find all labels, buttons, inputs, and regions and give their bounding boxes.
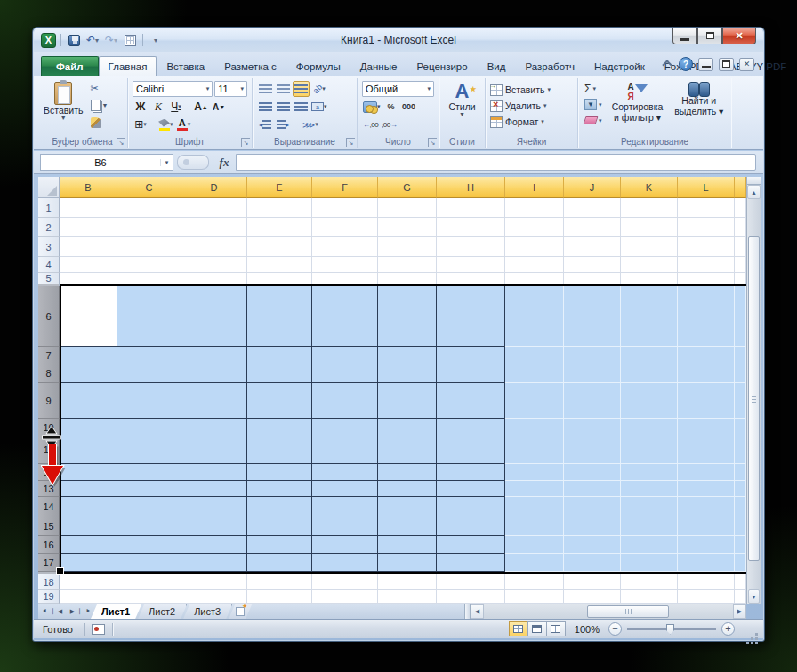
- cell[interactable]: [60, 481, 117, 497]
- tab-splitter[interactable]: [464, 604, 471, 619]
- cell[interactable]: [564, 218, 621, 237]
- cell[interactable]: [564, 464, 621, 481]
- cell[interactable]: [117, 286, 181, 347]
- scroll-right-button[interactable]: ▶: [733, 604, 746, 619]
- cell[interactable]: [621, 286, 678, 347]
- tab-разметка-с[interactable]: Разметка с: [214, 56, 286, 76]
- column-header-G[interactable]: G: [378, 177, 437, 198]
- cell[interactable]: [60, 436, 117, 464]
- cell[interactable]: [312, 383, 378, 419]
- cell[interactable]: [247, 273, 312, 284]
- cell[interactable]: [378, 383, 437, 419]
- cell[interactable]: [181, 536, 247, 554]
- cell[interactable]: [60, 464, 117, 481]
- cell[interactable]: [181, 464, 247, 481]
- cell[interactable]: [117, 419, 181, 436]
- cell[interactable]: [621, 516, 678, 536]
- cell[interactable]: [505, 257, 564, 273]
- cell[interactable]: [247, 198, 312, 218]
- column-header-F[interactable]: F: [312, 177, 378, 198]
- cell[interactable]: [117, 554, 181, 572]
- cell[interactable]: [678, 464, 735, 481]
- cell[interactable]: [505, 383, 564, 419]
- cell[interactable]: [678, 347, 735, 364]
- cell[interactable]: [564, 536, 621, 554]
- first-sheet-button[interactable]: ⯇⎹: [42, 606, 53, 618]
- cell[interactable]: [505, 364, 564, 383]
- cell[interactable]: [735, 590, 746, 604]
- cell[interactable]: [564, 383, 621, 419]
- cell[interactable]: [181, 198, 247, 218]
- accounting-format-button[interactable]: ▾: [362, 99, 382, 115]
- sheet-tab-лист1[interactable]: Лист1: [91, 604, 141, 619]
- cell[interactable]: [564, 481, 621, 497]
- help-icon[interactable]: ?: [679, 57, 693, 71]
- cell[interactable]: [621, 536, 678, 554]
- cell[interactable]: [437, 257, 505, 273]
- row-header-2[interactable]: 2: [38, 218, 60, 237]
- cell[interactable]: [312, 237, 378, 257]
- cell[interactable]: [117, 237, 181, 257]
- cell[interactable]: [437, 273, 505, 284]
- cell[interactable]: [117, 536, 181, 554]
- delete-cells-button[interactable]: Удалить▾: [490, 98, 573, 114]
- cell[interactable]: [564, 419, 621, 436]
- cell[interactable]: [378, 364, 437, 383]
- cell[interactable]: [312, 554, 378, 572]
- maximize-button[interactable]: [697, 28, 722, 44]
- redo-button[interactable]: ↷▾: [103, 32, 119, 48]
- cell[interactable]: [678, 574, 735, 590]
- cell[interactable]: [117, 273, 181, 284]
- row-header-1[interactable]: 1: [38, 198, 60, 218]
- cell[interactable]: [735, 536, 746, 554]
- cell[interactable]: [437, 383, 505, 419]
- cell[interactable]: [437, 237, 505, 257]
- cell[interactable]: [505, 464, 564, 481]
- column-header-B[interactable]: B: [60, 177, 117, 198]
- cell[interactable]: [247, 464, 312, 481]
- decrease-indent-button[interactable]: ◂: [257, 116, 273, 132]
- insert-function-button[interactable]: fx: [213, 154, 236, 171]
- cell[interactable]: [60, 497, 117, 516]
- cell[interactable]: [564, 497, 621, 516]
- cell[interactable]: [505, 286, 564, 347]
- cell[interactable]: [564, 364, 621, 383]
- cell[interactable]: [378, 198, 437, 218]
- cell[interactable]: [437, 590, 505, 604]
- align-center-button[interactable]: [275, 99, 291, 115]
- cell[interactable]: [564, 516, 621, 536]
- comma-style-button[interactable]: 000: [401, 99, 417, 115]
- row-header-4[interactable]: 4: [38, 257, 60, 273]
- cell[interactable]: [735, 273, 746, 284]
- cell[interactable]: [621, 497, 678, 516]
- cell[interactable]: [181, 286, 247, 347]
- dialog-launcher-icon[interactable]: ↘: [428, 138, 437, 147]
- cell[interactable]: [678, 273, 735, 284]
- tab-вставка[interactable]: Вставка: [157, 56, 214, 76]
- cell[interactable]: [621, 198, 678, 218]
- tab-главная[interactable]: Главная: [99, 56, 157, 76]
- percent-button[interactable]: %: [383, 99, 399, 115]
- cell[interactable]: [621, 419, 678, 436]
- cell[interactable]: [117, 516, 181, 536]
- cell[interactable]: [735, 464, 746, 481]
- cell[interactable]: [678, 286, 735, 347]
- increase-decimal-button[interactable]: ←,00: [362, 116, 379, 132]
- cell[interactable]: [312, 436, 378, 464]
- wrap-text-button[interactable]: ⋙▾: [302, 116, 319, 132]
- align-left-button[interactable]: [257, 99, 273, 115]
- cell[interactable]: [735, 347, 746, 364]
- cell[interactable]: [564, 574, 621, 590]
- cell[interactable]: [621, 464, 678, 481]
- cell[interactable]: [181, 347, 247, 364]
- format-painter-button[interactable]: [89, 115, 110, 130]
- cell[interactable]: [564, 198, 621, 218]
- cell[interactable]: [621, 237, 678, 257]
- cell[interactable]: [505, 198, 564, 218]
- cell[interactable]: [378, 516, 437, 536]
- workbook-minimize-button[interactable]: [698, 58, 713, 71]
- cut-button[interactable]: ✂: [89, 81, 110, 96]
- cell[interactable]: [247, 554, 312, 572]
- cell[interactable]: [117, 347, 181, 364]
- row-header-5[interactable]: 5: [38, 273, 60, 284]
